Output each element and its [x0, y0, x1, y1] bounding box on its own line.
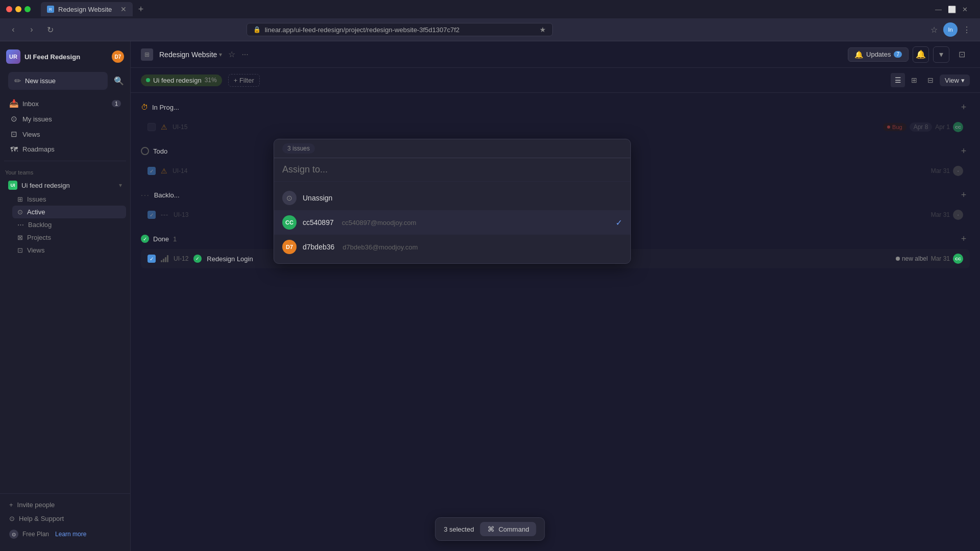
view-chevron-icon: ▾ — [961, 77, 965, 84]
table-view-icon[interactable]: ⊟ — [923, 73, 938, 87]
sidebar-item-views[interactable]: ⊡ Views — [4, 127, 126, 142]
tab-bar: R Redesign Website ✕ + — ⬜ ✕ — [35, 2, 974, 16]
issue-tags: new albel Mar 31 CC — [896, 254, 963, 264]
inbox-badge: 1 — [112, 100, 121, 107]
address-bar[interactable]: 🔒 linear.app/ui-feed-redesign/project/re… — [247, 23, 553, 36]
help-icon: ⊙ — [9, 515, 15, 522]
check-mark: ✓ — [150, 256, 154, 262]
issue-checkbox-checked[interactable]: ✓ — [148, 255, 156, 263]
invite-people-btn[interactable]: + Invite people — [4, 498, 126, 512]
sub-item-active[interactable]: ⊙ Active — [12, 206, 126, 218]
sub-item-backlog[interactable]: ⋯ Backlog — [12, 218, 126, 231]
minimize-btn[interactable] — [15, 6, 21, 12]
new-tab-btn[interactable]: + — [135, 3, 147, 15]
sidebar: UR UI Feed Redesign D7 ✏ New issue 🔍 📥 I… — [0, 41, 131, 551]
active-icon: ⊙ — [17, 208, 23, 216]
learn-more-btn[interactable]: Learn more — [55, 531, 86, 538]
window-restore-icon[interactable]: ⬜ — [948, 6, 956, 13]
active-tab[interactable]: R Redesign Website ✕ — [41, 2, 133, 16]
user-cc-name: cc540897 — [303, 218, 334, 227]
forward-btn[interactable]: › — [24, 22, 39, 37]
sub-item-issues[interactable]: ⊞ Issues — [12, 193, 126, 206]
backlog-status-icon: ··· — [141, 191, 150, 199]
more-btn[interactable]: ▾ — [933, 46, 949, 63]
team-icon: UI — [8, 181, 17, 190]
maximize-btn[interactable] — [24, 6, 31, 12]
view-btn[interactable]: View ▾ — [940, 74, 970, 86]
assign-search-input[interactable] — [282, 164, 622, 175]
sidebar-header: UR UI Feed Redesign D7 — [0, 45, 130, 68]
assign-user-d7[interactable]: D7 d7bdeb36 d7bdeb36@moodjoy.com — [274, 235, 630, 259]
sidebar-item-inbox[interactable]: 📥 Inbox 1 — [4, 96, 126, 111]
sub-item-backlog-label: Backlog — [28, 221, 52, 229]
issue-date: Mar 31 — [931, 255, 950, 262]
bookmarks-icon[interactable]: ☆ — [927, 22, 941, 37]
done-add-btn[interactable]: + — [958, 233, 970, 245]
workspace-info[interactable]: UR UI Feed Redesign — [6, 49, 80, 64]
issue-checkbox-checked[interactable]: ✓ — [148, 167, 156, 175]
issue-tag: new albel — [896, 255, 928, 262]
project-name-btn[interactable]: Redesign Website ▾ — [159, 51, 222, 59]
refresh-btn[interactable]: ↻ — [43, 22, 57, 37]
selected-count: 3 selected — [444, 525, 474, 533]
done-status-icon: ✓ — [141, 235, 149, 243]
close-btn[interactable] — [6, 6, 12, 12]
todo-add-btn[interactable]: + — [958, 145, 970, 157]
issues-count-badge: 3 issues — [282, 143, 315, 154]
issue-row[interactable]: ⚠ UI-15 Bug Apr 8 Apr 1 CC — [141, 117, 970, 137]
team-item[interactable]: UI Ui feed redesign ▾ — [0, 178, 130, 193]
tab-close-icon[interactable]: ✕ — [120, 5, 127, 13]
sub-item-views[interactable]: ⊡ Views — [12, 244, 126, 257]
issues-icon: ⊞ — [17, 195, 23, 203]
sidebar-item-roadmaps-label: Roadmaps — [22, 145, 55, 153]
user-avatar[interactable]: D7 — [112, 51, 124, 63]
issue-date: Apr 1 — [935, 123, 950, 131]
issue-checkbox[interactable] — [148, 123, 156, 131]
project-icon: ⊞ — [141, 48, 153, 61]
filter-btn[interactable]: + Filter — [228, 74, 260, 87]
inbox-icon: 📥 — [9, 99, 18, 108]
bug-label: Bug — [892, 124, 902, 130]
list-view-icon[interactable]: ☰ — [891, 73, 905, 87]
in-progress-add-btn[interactable]: + — [958, 101, 970, 113]
command-label: Command — [499, 525, 529, 533]
issue-checkbox-checked[interactable]: ✓ — [148, 211, 156, 219]
sub-item-projects[interactable]: ⊠ Projects — [12, 231, 126, 244]
updates-btn[interactable]: 🔔 Updates 7 — [848, 47, 909, 62]
window-close-icon[interactable]: ✕ — [962, 6, 968, 13]
back-btn[interactable]: ‹ — [6, 22, 20, 37]
command-btn[interactable]: ⌘ Command — [480, 522, 536, 536]
window-minimize-icon[interactable]: — — [935, 6, 942, 13]
cycle-percent: 31% — [205, 77, 217, 84]
extensions-icon[interactable]: ⋮ — [960, 22, 974, 37]
checkmark-icon: ✓ — [616, 218, 622, 228]
assign-list: ⊙ Unassign CC cc540897 cc540897@moodjoy.… — [274, 182, 630, 263]
invite-people-label: Invite people — [17, 501, 55, 509]
new-issue-btn[interactable]: ✏ New issue — [8, 72, 108, 90]
updates-icon: 🔔 — [854, 51, 863, 59]
topbar: ⊞ Redesign Website ▾ ☆ ··· 🔔 Updates 7 🔔… — [131, 41, 980, 68]
plus-icon: ✏ — [14, 76, 21, 86]
assign-user-cc[interactable]: CC cc540897 cc540897@moodjoy.com ✓ — [274, 210, 630, 235]
free-plan-icon: ⊙ — [9, 530, 18, 539]
cycle-tag[interactable]: Ui feed redesign 31% — [141, 74, 222, 86]
views-sub-icon: ⊡ — [17, 246, 23, 254]
search-btn[interactable]: 🔍 — [112, 74, 126, 88]
sub-item-issues-label: Issues — [27, 195, 46, 203]
layout-toggle-btn[interactable]: ⊡ — [953, 46, 970, 63]
team-name: Ui feed redesign — [21, 182, 70, 189]
notifications-btn[interactable]: 🔔 — [913, 46, 929, 63]
sidebar-nav: 📥 Inbox 1 ⊙ My issues ⊡ Views 🗺 Roadmaps — [0, 94, 130, 159]
backlog-add-btn[interactable]: + — [958, 189, 970, 201]
grid-view-icon[interactable]: ⊞ — [907, 73, 921, 87]
unassign-item[interactable]: ⊙ Unassign — [274, 186, 630, 210]
sidebar-item-roadmaps[interactable]: 🗺 Roadmaps — [4, 142, 126, 157]
profile-icon[interactable]: In — [943, 22, 958, 37]
more-options-icon[interactable]: ··· — [241, 50, 248, 59]
help-support-btn[interactable]: ⊙ Help & Support — [4, 512, 126, 525]
filter-label: + Filter — [234, 77, 254, 84]
star-icon[interactable]: ☆ — [228, 49, 235, 59]
sidebar-item-my-issues-label: My issues — [22, 115, 52, 123]
assign-search — [274, 158, 630, 182]
sidebar-item-my-issues[interactable]: ⊙ My issues — [4, 111, 126, 127]
